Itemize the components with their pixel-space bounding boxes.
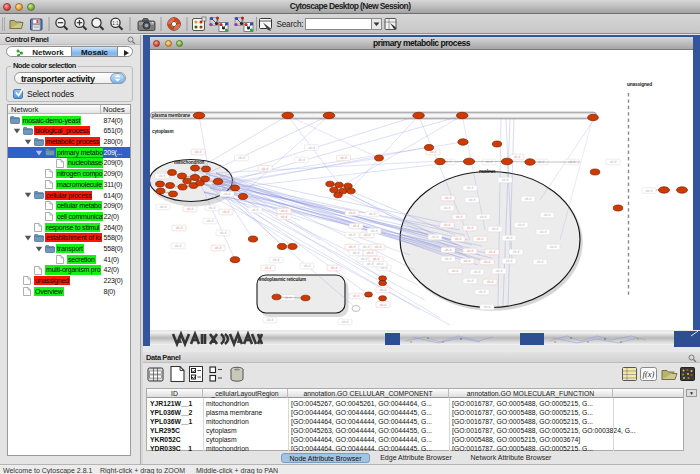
svg-text:nucleus: nucleus <box>479 169 496 174</box>
svg-text:ab-d: ab-d <box>487 280 494 284</box>
svg-text:ab-d: ab-d <box>518 223 525 227</box>
svg-text:ab-d: ab-d <box>238 156 245 160</box>
svg-text:1:1: 1:1 <box>112 21 119 26</box>
svg-text:ab-d: ab-d <box>467 249 474 253</box>
svg-text:endoplasmic reticulum: endoplasmic reticulum <box>259 277 306 282</box>
svg-text:ab-d: ab-d <box>525 197 532 201</box>
svg-text:ab-d: ab-d <box>464 259 471 263</box>
svg-text:ab-d: ab-d <box>377 262 384 266</box>
svg-text:ab-d: ab-d <box>367 251 374 255</box>
svg-text:ab-d: ab-d <box>353 251 360 255</box>
svg-text:ab-d: ab-d <box>444 223 451 227</box>
svg-text:ab-d: ab-d <box>489 250 496 254</box>
svg-text:ab-d: ab-d <box>445 248 452 252</box>
svg-text:ab-d: ab-d <box>308 146 315 150</box>
svg-text:f(x): f(x) <box>643 369 655 379</box>
svg-text:ab-d: ab-d <box>496 269 503 273</box>
svg-text:ab-d: ab-d <box>298 158 305 162</box>
svg-text:ab-d: ab-d <box>367 262 374 266</box>
svg-text:ab-d: ab-d <box>176 226 183 230</box>
svg-text:ab-d: ab-d <box>474 270 481 274</box>
svg-text:ab-d: ab-d <box>445 257 452 261</box>
svg-text:ab-d: ab-d <box>373 257 380 261</box>
svg-text:ab-d: ab-d <box>273 258 280 262</box>
svg-text:ab-d: ab-d <box>610 160 617 164</box>
svg-text:ab-d: ab-d <box>550 245 557 249</box>
svg-text:ab-d: ab-d <box>538 160 545 164</box>
svg-text:ab-d: ab-d <box>159 174 166 178</box>
svg-text:ab-d: ab-d <box>569 160 576 164</box>
svg-text:ab-d: ab-d <box>265 266 272 270</box>
svg-text:ab-d: ab-d <box>369 212 376 216</box>
svg-text:ab-d: ab-d <box>363 245 370 249</box>
svg-text:ab-d: ab-d <box>207 219 214 223</box>
svg-text:ab-d: ab-d <box>467 279 474 283</box>
svg-text:ab-d: ab-d <box>445 160 452 164</box>
svg-text:ab-d: ab-d <box>353 224 360 228</box>
svg-text:ab-d: ab-d <box>267 318 274 322</box>
svg-text:ab-d: ab-d <box>340 156 347 160</box>
svg-text:ab-d: ab-d <box>432 235 439 239</box>
svg-text:ab-d: ab-d <box>506 236 513 240</box>
svg-text:ab-d: ab-d <box>215 246 222 250</box>
svg-text:ab-d: ab-d <box>492 227 499 231</box>
svg-text:ab-d: ab-d <box>467 226 474 230</box>
svg-text:unassigned: unassigned <box>627 82 652 87</box>
svg-text:ab-d: ab-d <box>486 160 493 164</box>
svg-text:ab-d: ab-d <box>224 192 231 196</box>
svg-text:ab-d: ab-d <box>262 167 269 171</box>
svg-text:ab-d: ab-d <box>349 233 356 237</box>
svg-text:ab-d: ab-d <box>281 209 288 213</box>
svg-text:ab-d: ab-d <box>281 215 288 219</box>
svg-text:ab-d: ab-d <box>195 150 202 154</box>
svg-text:ab-d: ab-d <box>375 245 382 249</box>
svg-text:ab-d: ab-d <box>304 264 311 268</box>
svg-text:ab-d: ab-d <box>646 189 653 193</box>
svg-text:ab-d: ab-d <box>285 296 292 300</box>
svg-text:ab-d: ab-d <box>477 237 484 241</box>
svg-text:Search:: Search: <box>277 20 304 29</box>
svg-text:ab-d: ab-d <box>544 213 551 217</box>
svg-text:ab-d: ab-d <box>452 269 459 273</box>
svg-text:ab-d: ab-d <box>380 303 387 307</box>
svg-text:ab-d: ab-d <box>223 210 230 214</box>
svg-text:ab-d: ab-d <box>371 229 378 233</box>
svg-text:mitochondrion: mitochondrion <box>174 160 205 165</box>
svg-text:ab-d: ab-d <box>380 288 387 292</box>
svg-text:ab-d: ab-d <box>187 207 194 211</box>
svg-text:ab-d: ab-d <box>444 206 451 210</box>
svg-text:ab-d: ab-d <box>455 237 462 241</box>
svg-text:ab-d: ab-d <box>479 290 486 294</box>
svg-text:ab-d: ab-d <box>514 155 521 159</box>
svg-text:ab-d: ab-d <box>353 294 360 298</box>
svg-text:ab-d: ab-d <box>484 305 491 309</box>
svg-text:ab-d: ab-d <box>540 230 547 234</box>
svg-text:ab-d: ab-d <box>220 231 227 235</box>
svg-text:ab-d: ab-d <box>342 320 349 324</box>
svg-text:ab-d: ab-d <box>484 260 491 264</box>
svg-text:ab-d: ab-d <box>513 250 520 254</box>
svg-text:ab-d: ab-d <box>331 266 338 270</box>
svg-text:ab-d: ab-d <box>445 196 452 200</box>
svg-text:ab-d: ab-d <box>209 206 216 210</box>
svg-text:ab-d: ab-d <box>160 205 167 209</box>
svg-text:ab-d: ab-d <box>480 215 487 219</box>
svg-text:ab-d: ab-d <box>252 208 259 212</box>
svg-text:ab-d: ab-d <box>506 259 513 263</box>
svg-text:cytoplasm: cytoplasm <box>152 129 173 134</box>
svg-text:ab-d: ab-d <box>502 178 509 182</box>
svg-text:ab-d: ab-d <box>456 215 463 219</box>
svg-text:plasma membrane: plasma membrane <box>152 113 191 118</box>
svg-text:ab-d: ab-d <box>537 260 544 264</box>
svg-text:ab-d: ab-d <box>430 150 437 154</box>
svg-text:ab-d: ab-d <box>349 245 356 249</box>
svg-text:ab-d: ab-d <box>175 244 182 248</box>
svg-text:ab-d: ab-d <box>361 257 368 261</box>
svg-text:ab-d: ab-d <box>349 211 356 215</box>
svg-text:ab-d: ab-d <box>467 186 474 190</box>
svg-text:ab-d: ab-d <box>469 198 476 202</box>
